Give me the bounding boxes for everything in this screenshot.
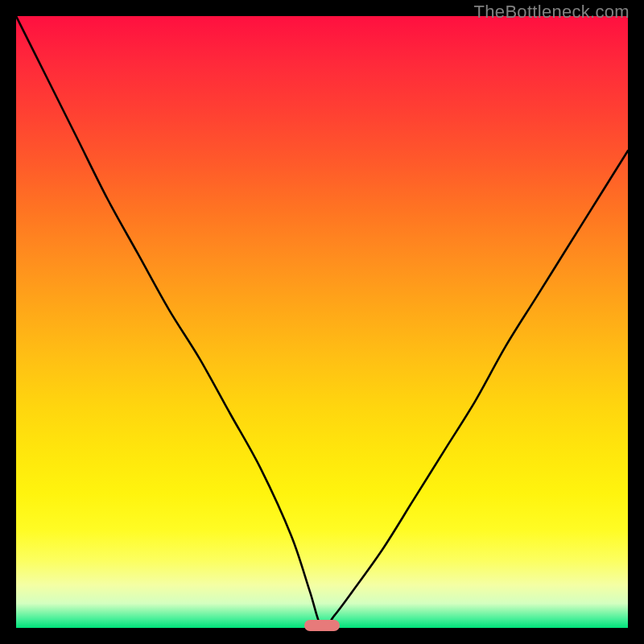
optimal-point-marker (304, 620, 340, 631)
chart-frame (16, 16, 628, 628)
watermark-text: TheBottleneck.com (474, 2, 630, 23)
bottleneck-curve (16, 16, 628, 628)
